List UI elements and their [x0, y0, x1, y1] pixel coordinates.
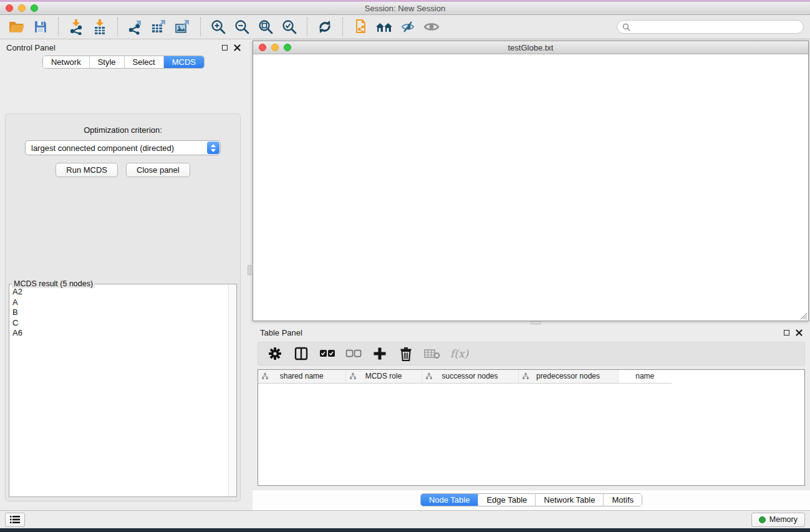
show-hide-graphics-details-icon[interactable] [398, 17, 418, 37]
search-icon [622, 23, 630, 31]
export-table-icon[interactable] [149, 17, 169, 37]
column-header-name[interactable]: name [618, 370, 672, 383]
search-field[interactable] [617, 20, 804, 34]
tab-node-table[interactable]: Node Table [421, 494, 479, 506]
export-network-icon[interactable] [125, 17, 145, 37]
control-panel: Control Panel NetworkStyleSelectMCDS Opt… [0, 39, 247, 510]
desktop-strip [0, 528, 810, 532]
column-header-predecessor-nodes[interactable]: predecessor nodes [518, 370, 618, 383]
select-all-columns-icon[interactable] [319, 346, 335, 362]
result-list-scrollbar[interactable] [228, 284, 236, 496]
zoom-out-icon[interactable] [232, 17, 252, 37]
zoom-selected-icon[interactable] [279, 17, 299, 37]
import-table-icon[interactable] [90, 17, 110, 37]
import-network-icon[interactable] [66, 17, 86, 37]
network-window-titlebar[interactable]: testGlobe.txt [253, 41, 808, 54]
function-builder-icon[interactable]: f(x) [450, 347, 468, 360]
control-panel-tabs: NetworkStyleSelectMCDS [0, 56, 247, 70]
table-toolbar: f(x) [258, 342, 805, 365]
table-settings-gear-icon[interactable] [267, 346, 283, 362]
float-panel-icon[interactable] [222, 45, 228, 51]
first-neighbors-houses-icon[interactable] [374, 17, 394, 37]
float-table-panel-icon[interactable] [784, 330, 789, 336]
criterion-selected-value: largest connected component (directed) [31, 143, 174, 153]
tab-motifs[interactable]: Motifs [604, 494, 642, 506]
save-session-floppy-icon[interactable] [31, 17, 51, 37]
table-tabs-bar: Node TableEdge TableNetwork TableMotifs [253, 490, 810, 510]
open-session-folder-icon[interactable] [7, 17, 27, 37]
select-stepper-icon [207, 142, 219, 154]
toolbar-separator [58, 17, 59, 36]
task-list-icon [10, 515, 20, 524]
delete-table-icon[interactable] [424, 346, 440, 362]
table-panel: Table Panel [253, 325, 810, 510]
close-panel-icon[interactable] [234, 44, 241, 51]
column-header-shared-name[interactable]: shared name [258, 370, 345, 383]
network-view-window: testGlobe.txt [253, 41, 809, 321]
optimization-criterion-label: Optimization criterion: [84, 125, 162, 135]
mcds-panel: Optimization criterion: largest connecte… [5, 114, 241, 501]
apply-layout-refresh-icon[interactable] [315, 17, 335, 37]
memory-status-icon [759, 516, 766, 523]
resize-grip[interactable] [799, 311, 808, 320]
mcds-result-list: A2ABCA6 [10, 287, 228, 496]
export-image-icon[interactable] [173, 17, 193, 37]
close-panel-button[interactable]: Close panel [126, 163, 190, 177]
network-canvas[interactable] [253, 54, 808, 321]
run-mcds-button[interactable]: Run MCDS [55, 163, 118, 177]
tab-network-table[interactable]: Network Table [536, 494, 604, 506]
network-window-title: testGlobe.txt [253, 43, 808, 52]
result-item-b[interactable]: B [10, 307, 228, 318]
delete-columns-trash-icon[interactable] [398, 346, 414, 362]
result-item-a[interactable]: A [10, 297, 228, 308]
zoom-fit-icon[interactable] [256, 17, 276, 37]
vertical-split-divider[interactable] [247, 39, 253, 510]
search-input[interactable] [634, 22, 798, 31]
toolbar-separator [342, 17, 343, 36]
tab-mcds[interactable]: MCDS [164, 56, 204, 68]
memory-label: Memory [769, 515, 798, 524]
toolbar-separator [117, 17, 118, 36]
toolbar-separator [307, 17, 307, 36]
unselect-all-columns-icon[interactable] [345, 346, 362, 362]
show-column-icon[interactable] [293, 346, 309, 362]
result-item-c[interactable]: C [10, 318, 228, 329]
column-header-mcds-role[interactable]: MCDS role [345, 370, 422, 383]
tab-style[interactable]: Style [90, 56, 125, 68]
table-panel-title: Table Panel [260, 328, 302, 337]
tab-network[interactable]: Network [43, 56, 90, 68]
task-history-button[interactable] [5, 513, 25, 527]
new-network-from-selection-icon[interactable] [350, 17, 370, 37]
criterion-select[interactable]: largest connected component (directed) [25, 140, 221, 155]
app-title: Session: New Session [0, 4, 810, 13]
close-table-panel-icon[interactable] [796, 329, 803, 336]
memory-button[interactable]: Memory [751, 513, 805, 527]
mcds-result-box: MCDS result (5 nodes) A2ABCA6 [9, 284, 237, 497]
main-toolbar [0, 15, 810, 39]
node-table: shared nameMCDS rolesuccessor nodesprede… [258, 369, 805, 486]
toolbar-separator [200, 17, 201, 36]
control-panel-title: Control Panel [6, 43, 55, 52]
level-of-detail-eye-icon[interactable] [422, 17, 441, 37]
zoom-in-icon[interactable] [208, 17, 228, 37]
status-bar: Memory [0, 510, 810, 528]
result-item-a6[interactable]: A6 [10, 328, 228, 339]
create-new-column-icon[interactable] [372, 346, 388, 362]
column-header-successor-nodes[interactable]: successor nodes [422, 370, 518, 383]
tab-edge-table[interactable]: Edge Table [478, 494, 536, 506]
result-item-a2[interactable]: A2 [10, 287, 228, 297]
app-titlebar: Session: New Session [0, 2, 810, 15]
tab-select[interactable]: Select [125, 56, 164, 68]
